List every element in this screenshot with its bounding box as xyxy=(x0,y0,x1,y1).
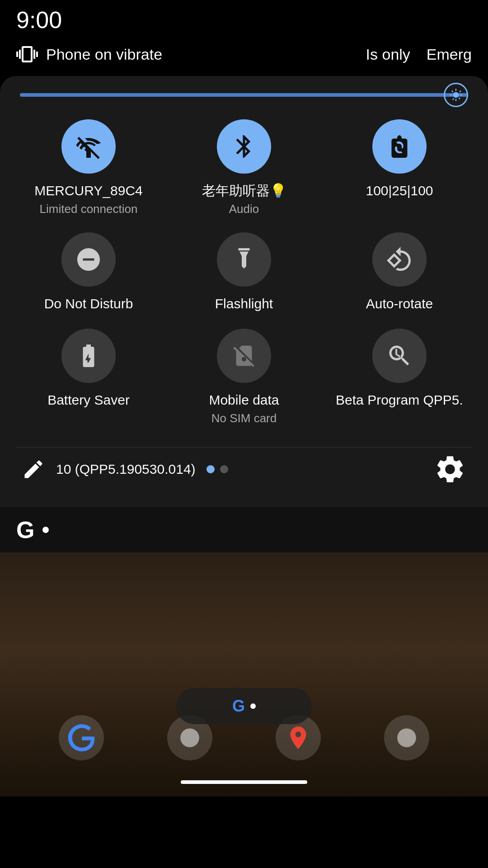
bluetooth-icon-bg xyxy=(217,119,271,174)
maps-icon xyxy=(285,724,312,751)
battery-share-icon-bg xyxy=(372,119,427,174)
google-search-icon xyxy=(68,724,95,751)
notification-bar: Phone on vibrate Is only Emerg xyxy=(0,36,488,72)
wifi-icon-bg xyxy=(61,119,116,174)
battery-saver-tile-label: Battery Saver xyxy=(47,391,130,409)
autorotate-icon xyxy=(386,246,413,273)
brightness-row[interactable] xyxy=(16,92,472,98)
flashlight-tile-label: Flashlight xyxy=(215,295,273,312)
tile-autorotate[interactable]: Auto-rotate xyxy=(327,232,472,312)
mobile-data-icon-bg xyxy=(217,329,271,383)
quick-settings-panel: MERCURY_89C4 Limited connection 老年助听器💡 A… xyxy=(0,76,488,507)
settings-icon[interactable] xyxy=(434,453,466,486)
battery-saver-icon xyxy=(75,342,102,369)
bluetooth-tile-label: 老年助听器💡 xyxy=(202,182,286,199)
flashlight-icon-bg xyxy=(217,232,271,287)
dock-icon-4[interactable] xyxy=(384,715,429,760)
qs-bottom-left: 10 (QPP5.190530.014) xyxy=(22,458,228,481)
tile-battery-share[interactable]: 100|25|100 xyxy=(327,119,472,216)
brightness-slider[interactable] xyxy=(20,92,468,98)
home-g-label: G xyxy=(232,697,245,716)
tile-wifi[interactable]: MERCURY_89C4 Limited connection xyxy=(16,119,161,216)
battery-share-tile-label: 100|25|100 xyxy=(366,182,433,199)
wifi-x-icon xyxy=(75,133,102,160)
brightness-thumb xyxy=(444,83,468,107)
notification-right: Is only Emerg xyxy=(366,46,472,63)
notification-left: Phone on vibrate xyxy=(16,43,162,65)
google-g-label: G xyxy=(16,516,34,543)
dnd-tile-label: Do Not Disturb xyxy=(44,295,133,312)
qs-bottom-bar: 10 (QPP5.190530.014) xyxy=(16,447,472,491)
status-bar: 9:00 xyxy=(0,0,488,36)
page-indicator xyxy=(206,465,228,473)
tile-battery-saver[interactable]: Battery Saver xyxy=(16,329,161,425)
home-google-mic-dot xyxy=(250,703,256,709)
brightness-sun-icon xyxy=(449,88,463,102)
tile-dnd[interactable]: Do Not Disturb xyxy=(16,232,161,312)
search-off-icon xyxy=(386,342,413,369)
mobile-data-tile-sublabel: No SIM card xyxy=(211,411,277,425)
bluetooth-icon xyxy=(230,133,258,160)
page-dot-1 xyxy=(206,465,215,473)
no-sim-icon xyxy=(230,342,258,369)
mobile-data-tile-label: Mobile data xyxy=(209,391,279,409)
battery-share-icon xyxy=(386,133,413,160)
home-nav-bar xyxy=(181,780,307,784)
dock-icon-4-glyph xyxy=(395,726,418,749)
tile-flashlight[interactable]: Flashlight xyxy=(172,232,316,312)
emergency-label: Emerg xyxy=(427,46,472,63)
svg-point-1 xyxy=(397,728,416,747)
dnd-icon-bg xyxy=(61,232,116,287)
beta-program-tile-label: Beta Program QPP5. xyxy=(336,391,463,409)
home-area: G xyxy=(0,552,488,797)
battery-saver-icon-bg xyxy=(61,329,116,383)
autorotate-icon-bg xyxy=(372,232,427,287)
wifi-tile-sublabel: Limited connection xyxy=(40,202,138,216)
google-dot xyxy=(42,527,49,533)
wifi-tile-label: MERCURY_89C4 xyxy=(34,182,143,199)
brightness-track xyxy=(20,93,468,97)
tiles-grid: MERCURY_89C4 Limited connection 老年助听器💡 A… xyxy=(16,119,472,425)
dnd-icon xyxy=(75,246,102,273)
page-dot-2 xyxy=(220,465,228,473)
google-bar[interactable]: G xyxy=(0,507,488,552)
vibrate-label: Phone on vibrate xyxy=(46,46,162,63)
edit-icon[interactable] xyxy=(22,458,45,481)
dock-icon-google[interactable] xyxy=(59,715,104,760)
home-google-search-bar[interactable]: G xyxy=(176,688,312,724)
beta-program-icon-bg xyxy=(372,329,427,383)
vibrate-icon xyxy=(16,43,38,65)
status-time: 9:00 xyxy=(16,6,62,33)
flashlight-icon xyxy=(230,246,258,273)
dock-icon-2-glyph xyxy=(178,726,201,749)
autorotate-tile-label: Auto-rotate xyxy=(366,295,433,312)
tile-bluetooth[interactable]: 老年助听器💡 Audio xyxy=(172,119,316,216)
svg-point-0 xyxy=(180,728,199,747)
tile-beta-program[interactable]: Beta Program QPP5. xyxy=(327,329,472,425)
tile-mobile-data[interactable]: Mobile data No SIM card xyxy=(172,329,316,425)
is-only-label: Is only xyxy=(366,46,410,63)
version-text: 10 (QPP5.190530.014) xyxy=(56,462,196,477)
bluetooth-tile-sublabel: Audio xyxy=(229,202,259,216)
